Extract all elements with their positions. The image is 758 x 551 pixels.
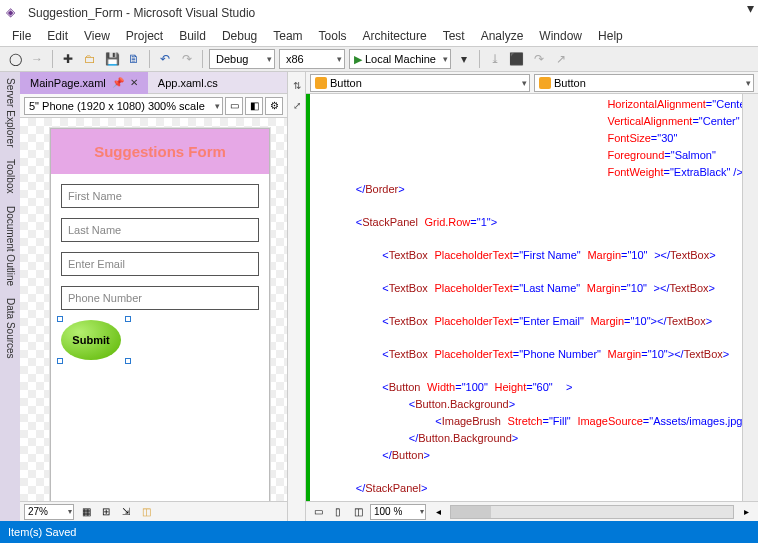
email-field[interactable]: Enter Email [61,252,259,276]
save-all-icon[interactable]: 🗎 [125,50,143,68]
phone-field[interactable]: Phone Number [61,286,259,310]
window-menu-icon[interactable]: ▾ [747,0,754,16]
code-editor[interactable]: HorizontalAlignment="Center" VerticalAli… [310,94,742,501]
code-statusbar: ▭ ▯ ◫ 100 % ◂ ▸ [306,501,758,521]
tab-appxaml-label: App.xaml.cs [158,77,218,89]
sidetab-toolbox[interactable]: Toolbox [5,157,16,195]
type-combo[interactable]: Button [310,74,530,92]
step-over-icon[interactable]: ↷ [530,50,548,68]
status-text: Item(s) Saved [8,526,76,538]
debug-target-icon[interactable]: ▾ [455,50,473,68]
step-out-icon[interactable]: ↗ [552,50,570,68]
step-into-icon[interactable]: ⤓ [486,50,504,68]
grid-icon[interactable]: ▦ [78,504,94,520]
sidetab-data-sources[interactable]: Data Sources [5,296,16,361]
split-horizontal-icon[interactable]: ▭ [310,504,326,520]
device-combo[interactable]: 5" Phone (1920 x 1080) 300% scale [24,97,223,115]
sidetab-server-explorer[interactable]: Server Explorer [5,76,16,149]
theme-icon[interactable]: ◧ [245,97,263,115]
pin-icon[interactable]: 📌 [112,77,124,88]
designer-pane: MainPage.xaml 📌 ✕ App.xaml.cs 5" Phone (… [20,72,288,521]
submit-selection[interactable]: Submit [61,320,141,368]
resize-handle-nw[interactable] [57,316,63,322]
settings-icon[interactable]: ⚙ [265,97,283,115]
first-name-field[interactable]: First Name [61,184,259,208]
side-tabs: Server Explorer Toolbox Document Outline… [0,72,20,521]
vertical-scrollbar[interactable] [742,94,758,501]
save-icon[interactable]: 💾 [103,50,121,68]
close-icon[interactable]: ✕ [130,77,138,88]
form-header: Suggestions Form [51,129,269,174]
resize-handle-se[interactable] [125,358,131,364]
swap-panes-icon[interactable]: ⇅ [290,78,304,92]
new-file-icon[interactable]: ✚ [59,50,77,68]
menu-test[interactable]: Test [437,27,471,45]
tab-mainpage[interactable]: MainPage.xaml 📌 ✕ [20,72,148,94]
document-tabs: MainPage.xaml 📌 ✕ App.xaml.cs [20,72,287,94]
sidetab-document-outline[interactable]: Document Outline [5,204,16,288]
menu-edit[interactable]: Edit [41,27,74,45]
orientation-icon[interactable]: ▭ [225,97,243,115]
breakpoint-icon[interactable]: ⬛ [508,50,526,68]
vs-logo-icon: ◈ [6,5,22,21]
menu-file[interactable]: File [6,27,37,45]
split-gutter[interactable]: ⇅ ⤢ [288,72,306,521]
designer-surface[interactable]: Suggestions Form First Name Last Name En… [20,118,287,501]
member-combo[interactable]: Button [534,74,754,92]
resize-handle-sw[interactable] [57,358,63,364]
platform-combo[interactable]: x86 [279,49,345,69]
menu-help[interactable]: Help [592,27,629,45]
last-name-field[interactable]: Last Name [61,218,259,242]
menu-window[interactable]: Window [533,27,588,45]
submit-button[interactable]: Submit [61,320,121,360]
open-file-icon[interactable]: 🗀 [81,50,99,68]
window-title: Suggestion_Form - Microsoft Visual Studi… [28,6,255,20]
config-combo[interactable]: Debug [209,49,275,69]
tab-appxaml[interactable]: App.xaml.cs [148,72,228,94]
menu-architecture[interactable]: Architecture [357,27,433,45]
resize-handle-ne[interactable] [125,316,131,322]
menu-debug[interactable]: Debug [216,27,263,45]
menu-analyze[interactable]: Analyze [475,27,530,45]
nav-back-icon[interactable]: ◯ [6,50,24,68]
horizontal-scrollbar[interactable] [450,505,734,519]
phone-preview: Suggestions Form First Name Last Name En… [50,128,270,501]
guides-icon[interactable]: ⇲ [118,504,134,520]
toolbar: ◯ → ✚ 🗀 💾 🗎 ↶ ↷ Debug x86 ▶Local Machine… [0,46,758,72]
undo-icon[interactable]: ↶ [156,50,174,68]
type-icon [315,77,327,89]
form-title: Suggestions Form [94,143,226,160]
code-zoom-combo[interactable]: 100 % [370,504,426,520]
menu-project[interactable]: Project [120,27,169,45]
nav-fwd-icon[interactable]: → [28,50,46,68]
code-navbar: Button Button [306,72,758,94]
device-bar: 5" Phone (1920 x 1080) 300% scale ▭ ◧ ⚙ [20,94,287,118]
run-button[interactable]: ▶Local Machine [349,49,451,69]
redo-icon[interactable]: ↷ [178,50,196,68]
menu-team[interactable]: Team [267,27,308,45]
tab-mainpage-label: MainPage.xaml [30,77,106,89]
zoom-combo[interactable]: 27% [24,504,74,520]
expand-icon[interactable]: ⤢ [290,98,304,112]
code-pane: Button Button HorizontalAlignment="Cente… [306,72,758,521]
menu-bar: File Edit View Project Build Debug Team … [0,26,758,46]
split-view-icon[interactable]: ◫ [350,504,366,520]
title-bar: ◈ Suggestion_Form - Microsoft Visual Stu… [0,0,758,26]
menu-view[interactable]: View [78,27,116,45]
menu-build[interactable]: Build [173,27,212,45]
outline-icon[interactable]: ◫ [138,504,154,520]
scroll-right-icon[interactable]: ▸ [738,504,754,520]
split-vertical-icon[interactable]: ▯ [330,504,346,520]
designer-zoombar: 27% ▦ ⊞ ⇲ ◫ [20,501,287,521]
scroll-left-icon[interactable]: ◂ [430,504,446,520]
snap-icon[interactable]: ⊞ [98,504,114,520]
status-bar: Item(s) Saved [0,521,758,543]
menu-tools[interactable]: Tools [313,27,353,45]
member-icon [539,77,551,89]
scroll-thumb[interactable] [451,506,491,518]
